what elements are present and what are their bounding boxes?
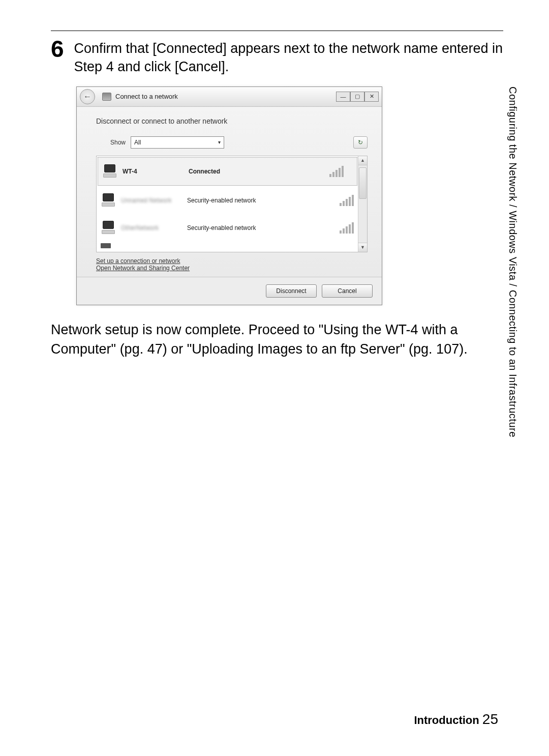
signal-icon [329, 166, 344, 177]
signal-icon [340, 222, 354, 234]
top-rule [51, 31, 503, 31]
dialog-body: Disconnect or connect to another network… [77, 107, 382, 277]
network-status: Security-enabled network [187, 224, 334, 231]
step-block: 6 Confirm that [Connected] appears next … [51, 36, 503, 76]
network-item[interactable]: OtherNetwork Security-enabled network [97, 214, 367, 242]
scroll-up-button[interactable]: ▲ [358, 156, 367, 165]
computer-icon [101, 221, 116, 235]
close-button[interactable]: ✕ [364, 92, 379, 102]
refresh-icon: ↻ [358, 139, 363, 146]
disconnect-button[interactable]: Disconnect [266, 284, 317, 298]
arrow-left-icon: ← [83, 92, 92, 101]
show-select[interactable]: All [131, 136, 224, 149]
network-status: Security-enabled network [187, 197, 334, 204]
side-breadcrumb: Configuring the Network / Windows Vista … [507, 86, 518, 438]
refresh-button[interactable]: ↻ [353, 136, 368, 149]
network-status: Connected [189, 168, 324, 175]
network-name: OtherNetwork [121, 224, 182, 231]
setup-connection-link[interactable]: Set up a connection or network [96, 257, 368, 265]
scrollbar[interactable]: ▲ ▼ [358, 156, 367, 252]
dialog-title: Connect to a network [115, 93, 178, 100]
back-button[interactable]: ← [80, 89, 95, 104]
signal-icon [340, 195, 354, 206]
footer-label: Introduction [414, 714, 479, 726]
open-sharing-center-link[interactable]: Open Network and Sharing Center [96, 265, 368, 272]
network-name: Unnamed Network [121, 197, 182, 204]
scroll-down-button[interactable]: ▼ [358, 243, 367, 252]
page-number: 25 [482, 711, 498, 727]
page-footer: Introduction 25 [414, 711, 498, 728]
step-number: 6 [51, 37, 64, 61]
network-item[interactable]: Unnamed Network Security-enabled network [97, 187, 367, 214]
dialog-footer: Disconnect Cancel [77, 277, 382, 305]
network-name: WT-4 [123, 168, 184, 175]
minimize-button[interactable]: — [336, 92, 350, 102]
completion-paragraph: Network setup is now complete. Proceed t… [51, 321, 503, 359]
dialog-heading: Disconnect or connect to another network [96, 117, 368, 125]
computer-icon [101, 193, 116, 208]
network-item-partial [97, 242, 367, 250]
maximize-button[interactable]: ▢ [350, 92, 364, 102]
step-instruction: Confirm that [Connected] appears next to… [74, 39, 503, 76]
show-filter-row: Show All ↻ [96, 136, 368, 149]
computer-icon [102, 164, 117, 179]
scroll-thumb[interactable] [359, 167, 367, 199]
cancel-button[interactable]: Cancel [322, 284, 373, 298]
network-list[interactable]: WT-4 Connected Unnamed Network Security-… [96, 156, 368, 252]
show-select-value: All [134, 139, 141, 146]
dialog-links: Set up a connection or network Open Netw… [96, 257, 368, 272]
show-label: Show [96, 139, 126, 146]
window-controls: — ▢ ✕ [336, 92, 379, 102]
dialog-titlebar: ← Connect to a network — ▢ ✕ [77, 87, 382, 107]
network-icon [102, 93, 111, 101]
network-item-selected[interactable]: WT-4 Connected [98, 157, 357, 186]
connect-network-dialog: ← Connect to a network — ▢ ✕ Disconnect … [76, 86, 382, 305]
